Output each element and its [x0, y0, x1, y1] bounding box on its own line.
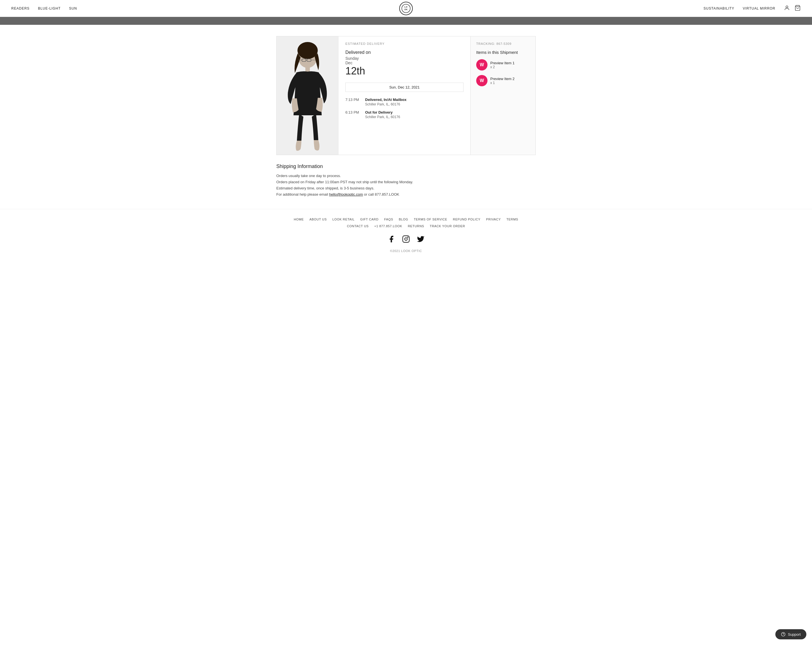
header-icons	[784, 5, 801, 12]
event-status-1: Out for Delivery	[365, 110, 400, 114]
footer-links-row2: CONTACT US +1 877.857.LOOK RETURNS TRACK…	[6, 224, 806, 228]
footer-link-terms[interactable]: TERMS	[507, 218, 518, 221]
footer-link-contact[interactable]: CONTACT US	[347, 224, 368, 228]
instagram-icon[interactable]	[401, 235, 411, 244]
event-location-0: Schiller Park, IL, 60176	[365, 102, 406, 106]
event-details-1: Out for Delivery Schiller Park, IL, 6017…	[365, 110, 400, 119]
shipping-line-3: For additional help please email hello@l…	[276, 191, 536, 198]
delivered-on-text: Delivered on	[345, 50, 464, 55]
shipment-title: Items in this Shipment	[476, 50, 530, 55]
model-illustration	[276, 37, 339, 155]
shipping-info-section: Shipping Information Orders usually take…	[276, 163, 536, 198]
email-link[interactable]: hello@lookoptic.com	[329, 192, 363, 197]
shipment-items-list: W Preview Item 1 x 2 W Preview Item 2 x …	[476, 59, 530, 86]
svg-rect-14	[403, 236, 409, 242]
cart-icon[interactable]	[795, 5, 801, 12]
svg-text:LO: LO	[404, 6, 408, 8]
tracking-number: TRACKING: 867-5309	[476, 42, 530, 46]
item-icon-0: W	[476, 59, 487, 70]
footer-link-blog[interactable]: BLOG	[399, 218, 408, 221]
tracking-shipment-panel: TRACKING: 867-5309 Items in this Shipmen…	[470, 37, 536, 155]
footer-social	[6, 235, 806, 244]
event-time-1: 6:13 PM	[345, 110, 360, 119]
item-name-1: Preview Item 2	[490, 77, 514, 81]
event-location-1: Schiller Park, IL, 60176	[365, 115, 400, 119]
tracking-event-1: 6:13 PM Out for Delivery Schiller Park, …	[345, 110, 464, 119]
item-details-0: Preview Item 1 x 2	[490, 61, 514, 69]
shipping-info-title: Shipping Information	[276, 163, 536, 169]
event-status-0: Delivered, In/At Mailbox	[365, 98, 406, 102]
nav-left: READERS BLUE-LIGHT SUN	[11, 6, 77, 11]
event-time-0: 7:13 PM	[345, 98, 360, 106]
footer: HOME ABOUT US LOOK RETAIL GIFT CARD FAQS…	[0, 209, 812, 258]
footer-link-returns[interactable]: RETURNS	[408, 224, 424, 228]
tracking-delivery-panel: ESTIMATED DELIVERY Delivered on Sunday D…	[339, 37, 470, 155]
twitter-icon[interactable]	[416, 235, 425, 244]
facebook-icon[interactable]	[387, 235, 396, 244]
delivery-month: Dec	[345, 61, 464, 65]
footer-link-privacy[interactable]: PRIVACY	[486, 218, 501, 221]
logo[interactable]: LO OK	[399, 2, 413, 15]
footer-link-track[interactable]: TRACK YOUR ORDER	[430, 224, 465, 228]
shipping-line-0: Orders usually take one day to process.	[276, 173, 536, 179]
svg-text:OK: OK	[404, 8, 408, 11]
svg-point-7	[298, 42, 318, 59]
footer-link-gift[interactable]: GIFT CARD	[360, 218, 379, 221]
svg-point-16	[408, 237, 408, 238]
model-image	[276, 37, 339, 155]
footer-link-home[interactable]: HOME	[294, 218, 304, 221]
announcement-bar	[0, 17, 812, 25]
svg-point-3	[786, 6, 788, 8]
event-details-0: Delivered, In/At Mailbox Schiller Park, …	[365, 98, 406, 106]
delivery-day: Sunday	[345, 56, 464, 61]
footer-link-about[interactable]: ABOUT US	[310, 218, 327, 221]
svg-point-15	[404, 238, 407, 241]
footer-link-faqs[interactable]: FAQS	[384, 218, 393, 221]
nav-blue-light[interactable]: BLUE-LIGHT	[38, 6, 61, 11]
item-qty-1: x 1	[490, 81, 514, 85]
logo-svg: LO OK	[401, 4, 411, 13]
footer-link-refund[interactable]: REFUND POLICY	[453, 218, 481, 221]
nav-readers[interactable]: READERS	[11, 6, 30, 11]
footer-copyright: ©2021 LOOK OPTIC	[6, 249, 806, 253]
main-content: ESTIMATED DELIVERY Delivered on Sunday D…	[271, 36, 541, 198]
footer-link-tos[interactable]: TERMS OF SERVICE	[414, 218, 447, 221]
shipment-item-0: W Preview Item 1 x 2	[476, 59, 530, 70]
item-details-1: Preview Item 2 x 1	[490, 77, 514, 85]
shipment-item-1: W Preview Item 2 x 1	[476, 75, 530, 86]
header: READERS BLUE-LIGHT SUN LO OK SUSTAINABIL…	[0, 0, 812, 17]
item-icon-1: W	[476, 75, 487, 86]
footer-links-row1: HOME ABOUT US LOOK RETAIL GIFT CARD FAQS…	[6, 218, 806, 221]
item-name-0: Preview Item 1	[490, 61, 514, 65]
tracking-event-0: 7:13 PM Delivered, In/At Mailbox Schille…	[345, 98, 464, 106]
delivery-date: 12th	[345, 65, 464, 77]
logo-container: LO OK	[399, 2, 413, 15]
date-badge: Sun, Dec 12, 2021	[345, 82, 464, 92]
tracking-events: 7:13 PM Delivered, In/At Mailbox Schille…	[345, 98, 464, 119]
header-right: SUSTAINABILITY VIRTUAL MIRROR	[704, 5, 801, 12]
item-qty-0: x 2	[490, 65, 514, 69]
estimated-delivery-label: ESTIMATED DELIVERY	[345, 42, 464, 46]
shipping-line-2: Estimated delivery time, once shipped, i…	[276, 185, 536, 191]
footer-link-retail[interactable]: LOOK RETAIL	[333, 218, 355, 221]
nav-sun[interactable]: SUN	[69, 6, 77, 11]
nav-right: SUSTAINABILITY VIRTUAL MIRROR	[704, 6, 775, 11]
footer-link-phone[interactable]: +1 877.857.LOOK	[374, 224, 402, 228]
account-icon[interactable]	[784, 5, 790, 12]
nav-virtual-mirror[interactable]: VIRTUAL MIRROR	[743, 6, 775, 11]
nav-sustainability[interactable]: SUSTAINABILITY	[704, 6, 734, 11]
shipping-line-1: Orders placed on Friday after 11:00am PS…	[276, 179, 536, 185]
tracking-card: ESTIMATED DELIVERY Delivered on Sunday D…	[276, 36, 536, 155]
